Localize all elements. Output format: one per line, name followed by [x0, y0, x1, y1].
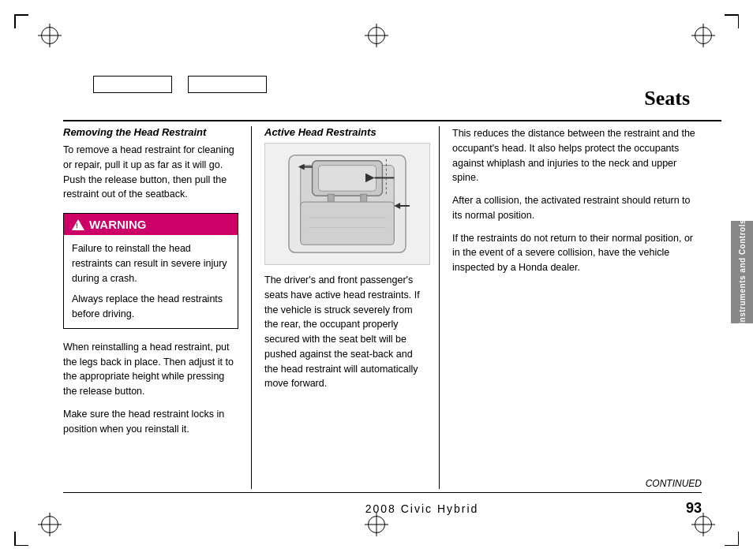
- crosshair-bl: [41, 516, 58, 533]
- warning-text-1: Failure to reinstall the head restraints…: [72, 241, 230, 286]
- bottom-rule: [63, 492, 702, 493]
- corner-mark-tr: [725, 14, 739, 28]
- mid-body-text: The driver's and front passenger's seats…: [264, 273, 426, 391]
- right-text-3: If the restraints do not return to their…: [452, 231, 702, 275]
- right-text-2: After a collision, the activated restrai…: [452, 193, 702, 223]
- right-text-1: This reduces the distance between the re…: [452, 126, 702, 185]
- mid-column: Active Head Restraints: [251, 126, 439, 489]
- crosshair-tr: [695, 27, 712, 44]
- crosshair-tc: [368, 27, 385, 44]
- corner-mark-br: [725, 532, 739, 546]
- corner-mark-tl: [14, 14, 28, 28]
- left-column: Removing the Head Restraint To remove a …: [63, 126, 251, 489]
- reinstall-text: When reinstalling a head restraint, put …: [63, 340, 238, 399]
- warning-box: WARNING Failure to reinstall the head re…: [63, 213, 238, 329]
- mid-section-title: Active Head Restraints: [264, 126, 426, 138]
- left-intro-text: To remove a head restraint for cleaning …: [63, 143, 238, 202]
- left-section-title: Removing the Head Restraint: [63, 126, 238, 138]
- warning-triangle-icon: [72, 219, 84, 230]
- crosshair-bc: [368, 516, 385, 533]
- page-title-area: Seats: [0, 87, 721, 110]
- warning-body: Failure to reinstall the head restraints…: [64, 235, 238, 328]
- warning-header: WARNING: [64, 214, 238, 235]
- lock-text: Make sure the head restraint locks in po…: [63, 407, 238, 437]
- right-column: This reduces the distance between the re…: [439, 126, 702, 489]
- seat-illustration-box: [264, 143, 430, 265]
- footer-center: 2008 Civic Hybrid: [365, 502, 479, 515]
- svg-rect-7: [301, 202, 394, 245]
- corner-mark-bl: [14, 532, 28, 546]
- continued-label: CONTINUED: [646, 478, 702, 489]
- seat-illustration-svg: [265, 144, 429, 264]
- crosshair-tl: [41, 27, 58, 44]
- svg-rect-4: [318, 166, 376, 192]
- content-area: Removing the Head Restraint To remove a …: [63, 126, 702, 489]
- warning-text-2: Always replace the head restraints befor…: [72, 292, 230, 322]
- crosshair-br: [695, 516, 712, 533]
- warning-label: WARNING: [89, 218, 147, 231]
- footer-page-number: 93: [686, 500, 702, 517]
- side-tab-label: Instruments and Controls: [738, 219, 747, 325]
- footer-area: 2008 Civic Hybrid 93: [63, 500, 702, 517]
- columns-wrapper: Removing the Head Restraint To remove a …: [63, 126, 702, 489]
- title-rule: [63, 120, 721, 121]
- side-tab: Instruments and Controls: [731, 221, 753, 323]
- page-title: Seats: [644, 87, 690, 110]
